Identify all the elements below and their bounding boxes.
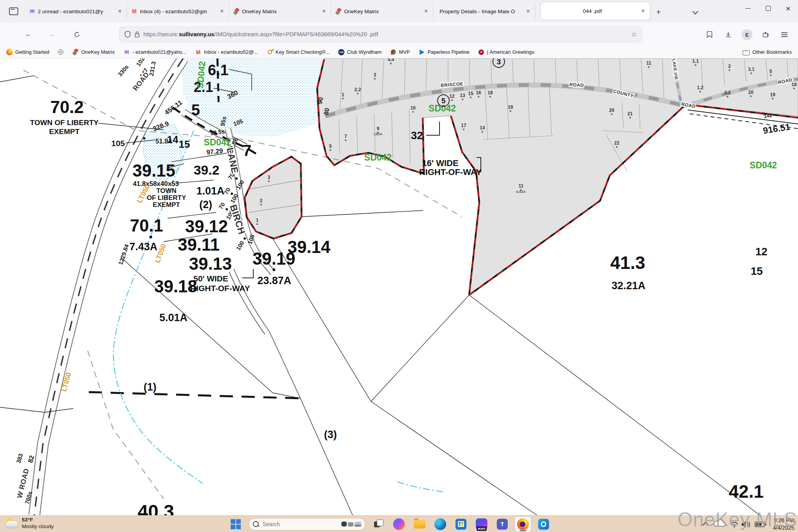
map-label: 20: [748, 90, 754, 95]
map-label: 12: [755, 246, 767, 258]
map-label: 102: [135, 58, 146, 67]
start-button[interactable]: [228, 517, 244, 532]
map-label: (2): [200, 199, 212, 210]
map-label: SD042: [750, 160, 777, 170]
bookmark-label: OneKey Matrix: [81, 49, 115, 55]
maximize-button[interactable]: [758, 0, 778, 16]
mvp-icon: [390, 49, 396, 55]
ymail-icon: ✉: [29, 8, 35, 15]
map-label: 51.84: [155, 138, 172, 145]
tab-1[interactable]: ✉2 unread - ezambuto021@y×: [25, 3, 127, 20]
map-label: 70.1: [130, 216, 163, 235]
m365-copilot-button[interactable]: M365: [474, 517, 489, 532]
minimize-button[interactable]: [738, 0, 757, 16]
minimize-icon: [745, 8, 750, 9]
tab-5[interactable]: Property Details - Image Mate O×: [433, 3, 535, 20]
weather-temp: 53°F: [22, 517, 54, 523]
back-button[interactable]: ←: [22, 28, 35, 41]
copilot-button[interactable]: [391, 517, 407, 532]
map-label: 39.11: [178, 235, 220, 254]
tab-3[interactable]: OneKey Matrix×: [229, 3, 331, 20]
teams-button[interactable]: T: [494, 517, 510, 532]
tab-close-icon[interactable]: ×: [219, 8, 225, 15]
tab-6[interactable]: 044 .pdf×: [541, 2, 650, 19]
bookmark-label: Paperless Pipeline: [427, 49, 470, 55]
list-tabs-button[interactable]: [689, 6, 701, 18]
extensions-icon[interactable]: [759, 28, 772, 41]
download-icon[interactable]: [722, 28, 735, 41]
reload-button[interactable]: [70, 28, 83, 41]
tab-close-icon[interactable]: ×: [321, 8, 327, 15]
search-field[interactable]: [262, 521, 338, 528]
bookmark-item-1[interactable]: Getting Started: [6, 49, 49, 55]
gmail-icon: M: [195, 49, 201, 55]
tab-close-icon[interactable]: ×: [117, 8, 123, 15]
map-label: 916.51: [762, 122, 791, 136]
bookmark-label: Getting Started: [15, 49, 49, 55]
bookmark-item-5[interactable]: MInbox - ezambuto52@...: [195, 49, 258, 55]
other-bookmarks-button[interactable]: Other Bookmarks: [743, 49, 792, 55]
bookmark-item-8[interactable]: MVP: [390, 49, 410, 55]
edge-button[interactable]: [433, 517, 448, 532]
bookmark-item-6[interactable]: Key Smart Checking®...: [267, 49, 330, 55]
tab-4[interactable]: OneKey Matrix×: [331, 3, 433, 20]
shield-icon[interactable]: [124, 31, 131, 38]
teams-icon: T: [497, 519, 508, 530]
url-bar[interactable]: https://secure.sullivanny.us/IMO/quickst…: [119, 27, 642, 42]
bookmark-item-7[interactable]: cwClub Wyndham: [338, 49, 381, 55]
globe-icon: [58, 49, 64, 55]
new-tab-button[interactable]: +: [652, 6, 665, 18]
search-input[interactable]: [249, 518, 365, 530]
tab-close-icon[interactable]: ×: [423, 8, 429, 15]
map-label: 3.1: [748, 67, 755, 72]
map-label: 10: [410, 105, 416, 111]
weather-widget[interactable]: 53°FMostly cloudy: [5, 517, 54, 530]
bookmark-item-4[interactable]: ✉- ezambuto021@yaho...: [123, 49, 186, 55]
map-label: 39.13: [189, 254, 232, 273]
url-text[interactable]: https://secure.sullivanny.us/IMO/quickst…: [143, 31, 631, 37]
map-label: 39.12: [185, 217, 228, 236]
map-label: 4.4: [388, 58, 394, 62]
copilot-icon: [393, 518, 405, 530]
close-button[interactable]: ×: [779, 0, 798, 16]
tab-2[interactable]: MInbox (4) - ezambuto52@gm×: [127, 3, 229, 20]
firefox-view-icon[interactable]: [7, 5, 20, 18]
bookmark-item-9[interactable]: Paperless Pipeline: [418, 49, 470, 55]
forward-button[interactable]: →: [45, 28, 58, 41]
menu-icon[interactable]: [778, 28, 791, 41]
folder-icon: [743, 50, 750, 55]
tab-close-icon[interactable]: ×: [525, 8, 531, 15]
parcel-dot: [412, 111, 414, 113]
account-button[interactable]: E: [740, 28, 754, 41]
tax-map: 70.239.1539.270.139.1239.1139.1339.1839.…: [0, 58, 798, 515]
map-label: 3: [497, 58, 501, 66]
parcel-dot: [342, 98, 344, 100]
tab-close-icon[interactable]: ×: [640, 7, 646, 14]
map-label: 5: [329, 143, 332, 149]
bookmark-item-2[interactable]: [58, 49, 64, 55]
store-button[interactable]: [453, 517, 469, 532]
bookmark-star-icon[interactable]: ☆: [631, 30, 637, 39]
close-icon: ×: [786, 4, 791, 12]
bookmark-item-10[interactable]: | American Greetings: [478, 49, 534, 55]
parcel-dot: [772, 98, 774, 100]
pipeline-icon: [420, 49, 424, 55]
map-label: 41.8x58x40x53: [133, 180, 179, 187]
parcel-dot: [478, 96, 480, 98]
lock-icon[interactable]: [134, 31, 140, 38]
map-label: RIGHT-OF-WAY: [419, 167, 482, 177]
map-label: 7: [243, 142, 251, 159]
file-explorer-button[interactable]: [412, 517, 427, 532]
parcel-dot: [463, 129, 465, 131]
map-label: 23.87A: [257, 275, 291, 286]
bookmark-label: Key Smart Checking®...: [275, 49, 330, 55]
firefox-button-active[interactable]: [515, 517, 531, 532]
outlook-button[interactable]: [536, 517, 551, 532]
task-view-button[interactable]: [371, 517, 386, 532]
map-label: SD042: [204, 137, 231, 147]
pocket-icon[interactable]: [703, 28, 716, 41]
pdf-viewer[interactable]: 70.239.1539.270.139.1239.1139.1339.1839.…: [0, 58, 798, 515]
bookmark-item-3[interactable]: OneKey Matrix: [72, 49, 115, 55]
parcel-dot: [648, 66, 650, 68]
ymail-icon: ✉: [123, 49, 130, 55]
